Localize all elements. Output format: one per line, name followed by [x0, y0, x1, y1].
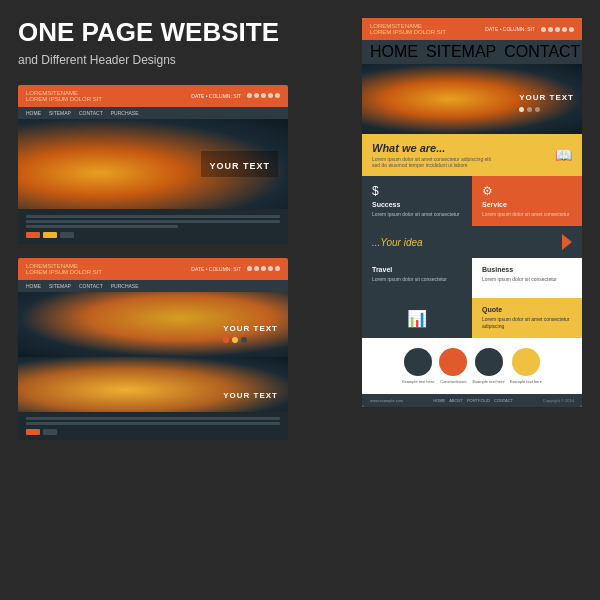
- dot-2: [254, 93, 259, 98]
- card1-logo: LOREMSITENAME LOREM IPSUM DOLOR SIT: [26, 90, 102, 102]
- card2-nav: HOME SITEMAP CONTACT PURCHASE: [18, 280, 288, 292]
- btn-gray: [60, 232, 74, 238]
- circle-yellow: [512, 348, 540, 376]
- travel-title: Travel: [372, 266, 462, 273]
- btn-orange: [26, 232, 40, 238]
- website-card-1: LOREMSITENAME LOREM IPSUM DOLOR SIT DATE…: [18, 85, 288, 244]
- text-line-1: [26, 215, 280, 218]
- circle-dark-1: [404, 348, 432, 376]
- card1-hero-textbox: YOUR TEXT: [201, 151, 278, 177]
- circle-label-1: Example text here: [402, 379, 434, 384]
- right-hero-textbox: YOUR TEXT: [519, 86, 574, 112]
- card2-header: LOREMSITENAME LOREM IPSUM DOLOR SIT DATE…: [18, 258, 288, 280]
- fnav-contact: CONTACT: [494, 398, 513, 403]
- right-column: LOREMSITENAME LOREM IPSUM DOLOR SIT DATE…: [362, 18, 582, 407]
- card2-hero-bottom: YOUR TEXT: [18, 357, 288, 412]
- circle-label-4: Example text here: [510, 379, 542, 384]
- rhd1: [519, 107, 524, 112]
- success-cell: $ Success Lorem ipsum dolor sit amet con…: [362, 176, 472, 226]
- right-footer: www.example.com HOME ABOUT PORTFOLIO CON…: [362, 394, 582, 407]
- circle-item-3: Example text here: [472, 348, 504, 384]
- rnav-sitemap: SITEMAP: [426, 43, 496, 61]
- nav-sitemap: SITEMAP: [49, 110, 71, 116]
- book-icon: 📖: [555, 147, 572, 163]
- text-line-2: [26, 220, 280, 223]
- right-logo: LOREMSITENAME LOREM IPSUM DOLOR SIT: [370, 23, 446, 35]
- cd1: [223, 337, 229, 343]
- circle-item-4: Example text here: [510, 348, 542, 384]
- footer-nav: HOME ABOUT PORTFOLIO CONTACT: [433, 398, 513, 403]
- footer-brand: www.example.com: [370, 398, 403, 403]
- card1-bottom: [18, 209, 288, 244]
- circle-item-1: Example text here: [402, 348, 434, 384]
- card1-hero: YOUR TEXT: [18, 119, 288, 209]
- right-nav: HOME SITEMAP CONTACT PURCHASE: [362, 40, 582, 64]
- left-column: ONE PAGE WEBSITE and Different Header De…: [18, 18, 288, 440]
- rnav-contact: CONTACT: [504, 43, 580, 61]
- rhd2: [527, 107, 532, 112]
- quote-text: Lorem ipsum dolor sit amet consectetur a…: [482, 316, 572, 330]
- dot-a: [247, 266, 252, 271]
- card2-hero-text: YOUR TEXT: [223, 324, 278, 333]
- btn-yellow: [43, 232, 57, 238]
- circle-item-2: Constructivism: [439, 348, 467, 384]
- rdot-3: [555, 27, 560, 32]
- dot-c: [261, 266, 266, 271]
- dot-d: [268, 266, 273, 271]
- card1-dots: [247, 93, 280, 98]
- nav2-sitemap: SITEMAP: [49, 283, 71, 289]
- right-header-right: DATE • COLUMN: SIT: [485, 26, 574, 32]
- what-we-are-sub2: sed do eiusmod tempor incididunt ut labo…: [372, 162, 491, 168]
- card2-hero-textbox: YOUR TEXT: [223, 317, 278, 343]
- chart-cell: 📊: [362, 298, 472, 338]
- nav2-contact: CONTACT: [79, 283, 103, 289]
- card1-nav: HOME SITEMAP CONTACT PURCHASE: [18, 107, 288, 119]
- card2-logo: LOREMSITENAME LOREM IPSUM DOLOR SIT: [26, 263, 102, 275]
- main-title: ONE PAGE WEBSITE: [18, 18, 288, 47]
- rdot-5: [569, 27, 574, 32]
- business-quote-grid: Travel Lorem ipsum dolor sit consectetur…: [362, 258, 582, 298]
- arrow-right-icon: [562, 234, 572, 250]
- sub-title: and Different Header Designs: [18, 53, 288, 67]
- circle-orange: [439, 348, 467, 376]
- chart-quote-grid: 📊 Quote Lorem ipsum dolor sit amet conse…: [362, 298, 582, 338]
- dot-4: [268, 93, 273, 98]
- dot-3: [261, 93, 266, 98]
- travel-text: Lorem ipsum dolor sit consectetur: [372, 276, 462, 283]
- copyright: Copyright © 2014: [543, 398, 574, 403]
- your-idea-section: ...Your idea: [362, 226, 582, 258]
- quote-title: Quote: [482, 306, 572, 313]
- right-date: DATE • COLUMN: SIT: [485, 26, 535, 32]
- circle-label-2: Constructivism: [440, 379, 466, 384]
- cd3: [241, 337, 247, 343]
- card2-bottom: [18, 412, 288, 440]
- text-line-c2: [26, 422, 280, 425]
- card1-header: LOREMSITENAME LOREM IPSUM DOLOR SIT DATE…: [18, 85, 288, 107]
- fnav-home: HOME: [433, 398, 445, 403]
- fnav-about: ABOUT: [449, 398, 463, 403]
- right-dots: [541, 27, 574, 32]
- card1-hero-text: YOUR TEXT: [209, 161, 270, 171]
- text-line-c1: [26, 417, 280, 420]
- btn-row-c: [26, 429, 280, 435]
- business-text: Lorem ipsum dolor sit consectetur: [482, 276, 572, 283]
- gear-icon: ⚙: [482, 184, 572, 198]
- fnav-portfolio: PORTFOLIO: [467, 398, 490, 403]
- success-title: Success: [372, 201, 462, 208]
- rnav-home: HOME: [370, 43, 418, 61]
- right-hero: YOUR TEXT: [362, 64, 582, 134]
- right-hero-text: YOUR TEXT: [519, 93, 574, 102]
- rdot-2: [548, 27, 553, 32]
- dot-b: [254, 266, 259, 271]
- card2-date: DATE • COLUMN: SIT: [191, 266, 241, 272]
- right-header: LOREMSITENAME LOREM IPSUM DOLOR SIT DATE…: [362, 18, 582, 40]
- card2-hero-top: YOUR TEXT: [18, 292, 288, 357]
- website-card-2: LOREMSITENAME LOREM IPSUM DOLOR SIT DATE…: [18, 258, 288, 440]
- circle-dark-2: [475, 348, 503, 376]
- what-we-are-section: What we are... Lorem ipsum dolor sit ame…: [362, 134, 582, 176]
- what-we-are-text-col: What we are... Lorem ipsum dolor sit ame…: [372, 142, 491, 168]
- btn-c-orange: [26, 429, 40, 435]
- success-service-grid: $ Success Lorem ipsum dolor sit amet con…: [362, 176, 582, 226]
- success-text: Lorem ipsum dolor sit amet consectetur: [372, 211, 462, 218]
- rdot-4: [562, 27, 567, 32]
